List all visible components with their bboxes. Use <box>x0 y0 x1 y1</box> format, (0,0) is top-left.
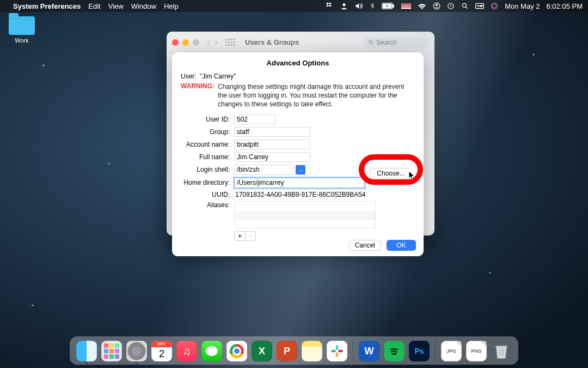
account-name-label: Account name: <box>181 141 230 148</box>
flag-icon[interactable] <box>401 3 411 9</box>
wifi-icon[interactable] <box>418 3 426 9</box>
dock-chrome[interactable] <box>226 341 247 361</box>
account-circle-icon[interactable] <box>433 2 440 10</box>
ok-button[interactable]: OK <box>387 240 416 251</box>
dock-powerpoint[interactable]: P <box>277 341 297 361</box>
dock-notes[interactable] <box>302 341 322 361</box>
calendar-day: 2 <box>151 347 172 360</box>
dock: MAY2 ♫ X P W Ps JPG PNG <box>70 336 518 365</box>
dock-launchpad[interactable] <box>101 341 122 361</box>
folder-icon <box>9 16 35 35</box>
add-alias-button[interactable]: + <box>234 231 245 241</box>
user-icon[interactable] <box>340 2 348 10</box>
user-value: "Jim Carrey" <box>200 73 236 80</box>
svg-rect-10 <box>480 5 482 7</box>
home-dir-label: Home directory: <box>181 179 230 186</box>
svg-point-0 <box>343 3 346 6</box>
dock-spotify[interactable] <box>384 341 405 361</box>
dock-file-jpg[interactable]: JPG <box>441 341 462 361</box>
dock-music[interactable]: ♫ <box>176 341 197 361</box>
zoom-window-button[interactable] <box>193 39 199 46</box>
menubar-date[interactable]: Mon May 2 <box>505 2 540 10</box>
dock-system-preferences[interactable] <box>126 341 147 361</box>
warning-text: Changing these settings might damage thi… <box>218 82 415 109</box>
dock-messages[interactable] <box>201 341 222 361</box>
dock-separator <box>435 340 436 361</box>
forward-button[interactable]: › <box>215 37 218 48</box>
account-name-input[interactable] <box>234 140 310 149</box>
menubar-time[interactable]: 6:02:05 PM <box>547 2 583 10</box>
svg-rect-14 <box>336 345 338 350</box>
uuid-value: 17091832-4A00-49B9-917E-86C052B9BA54 <box>234 191 366 198</box>
aliases-label: Aliases: <box>181 201 230 209</box>
dock-calendar[interactable]: MAY2 <box>151 341 172 361</box>
login-shell-value[interactable] <box>235 165 296 174</box>
group-input[interactable] <box>234 127 310 137</box>
sheet-title: Advanced Options <box>172 52 424 67</box>
minimize-window-button[interactable] <box>182 39 189 46</box>
window-title: Users & Groups <box>245 38 299 46</box>
chevron-down-icon[interactable]: ⌄ <box>296 165 305 174</box>
bluetooth-icon[interactable] <box>370 2 375 10</box>
battery-icon[interactable] <box>382 3 395 9</box>
show-all-icon[interactable] <box>225 39 235 46</box>
menu-view[interactable]: View <box>108 2 124 10</box>
dock-photoshop[interactable]: Ps <box>409 341 430 361</box>
cancel-button[interactable]: Cancel <box>349 240 381 251</box>
dock-finder[interactable] <box>76 341 97 361</box>
menu-edit[interactable]: Edit <box>88 2 100 10</box>
svg-rect-17 <box>338 350 343 352</box>
search-input[interactable] <box>376 39 414 46</box>
svg-rect-15 <box>331 350 336 352</box>
spotlight-icon[interactable] <box>461 2 469 10</box>
control-center-icon[interactable] <box>475 3 484 9</box>
user-id-input[interactable] <box>234 114 275 124</box>
window-toolbar: ‹ › Users & Groups <box>167 32 434 53</box>
volume-icon[interactable] <box>354 2 363 10</box>
app-name-menu[interactable]: System Preferences <box>13 2 81 10</box>
full-name-label: Full name: <box>181 153 230 161</box>
dock-trash[interactable] <box>491 341 512 361</box>
login-shell-label: Login shell: <box>181 166 230 173</box>
toolbar-search[interactable] <box>364 38 429 47</box>
dock-file-png[interactable]: PNG <box>466 341 487 361</box>
remove-alias-button[interactable]: − <box>245 231 256 241</box>
back-button[interactable]: ‹ <box>207 37 210 48</box>
svg-rect-16 <box>336 352 338 357</box>
clock-icon[interactable] <box>447 2 455 10</box>
menu-help[interactable]: Help <box>164 2 179 10</box>
choose-home-directory-button[interactable]: Choose... <box>370 168 412 179</box>
desktop-folder-label: Work <box>9 37 35 44</box>
uuid-label: UUID: <box>181 191 230 198</box>
advanced-options-sheet: Advanced Options User: "Jim Carrey" WARN… <box>172 52 424 256</box>
menu-window[interactable]: Window <box>131 2 156 10</box>
desktop-folder-work[interactable]: Work <box>9 16 35 44</box>
warning-label: WARNING: <box>181 82 215 109</box>
dropbox-icon[interactable] <box>326 2 334 10</box>
svg-point-7 <box>463 3 467 7</box>
dock-slack[interactable] <box>327 341 347 361</box>
svg-point-9 <box>477 5 479 7</box>
full-name-input[interactable] <box>234 152 310 162</box>
svg-point-13 <box>369 40 372 44</box>
group-label: Group: <box>181 128 230 136</box>
siri-icon[interactable] <box>491 2 498 10</box>
dock-excel[interactable]: X <box>252 341 272 361</box>
user-id-label: User ID: <box>181 116 230 123</box>
calendar-month: MAY <box>151 341 172 347</box>
user-label: User: <box>181 73 197 80</box>
dock-word[interactable]: W <box>359 341 379 361</box>
dock-separator <box>353 340 353 361</box>
aliases-list[interactable] <box>234 201 376 228</box>
svg-point-5 <box>436 4 438 7</box>
menubar: System Preferences Edit View Window Help… <box>0 0 588 12</box>
close-window-button[interactable] <box>172 39 179 46</box>
svg-rect-2 <box>393 4 394 7</box>
home-directory-input[interactable] <box>234 178 365 188</box>
login-shell-select[interactable]: ⌄ <box>234 165 310 175</box>
